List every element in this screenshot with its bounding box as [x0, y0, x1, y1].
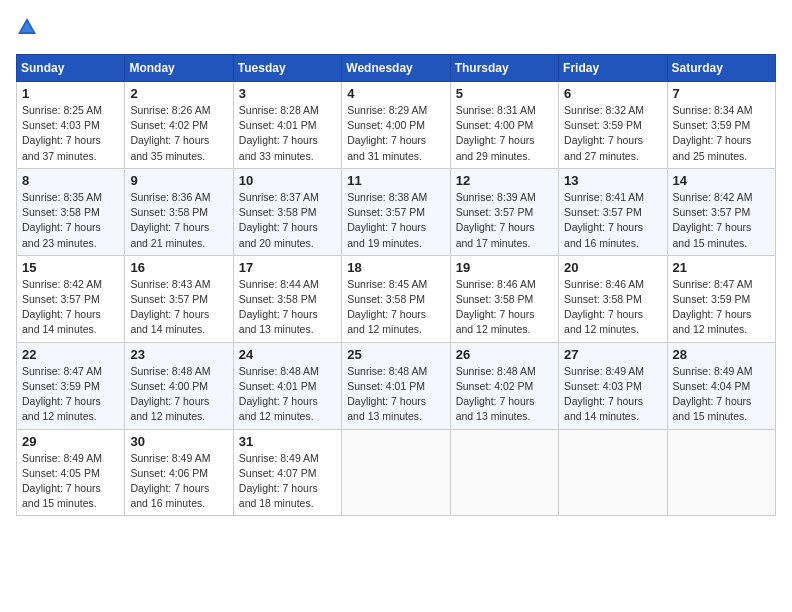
day-number: 19 — [456, 260, 553, 275]
day-info: Sunrise: 8:38 AM Sunset: 3:57 PM Dayligh… — [347, 190, 444, 251]
day-number: 23 — [130, 347, 227, 362]
day-info: Sunrise: 8:35 AM Sunset: 3:58 PM Dayligh… — [22, 190, 119, 251]
day-info: Sunrise: 8:41 AM Sunset: 3:57 PM Dayligh… — [564, 190, 661, 251]
day-info: Sunrise: 8:37 AM Sunset: 3:58 PM Dayligh… — [239, 190, 336, 251]
day-number: 16 — [130, 260, 227, 275]
day-number: 12 — [456, 173, 553, 188]
day-info: Sunrise: 8:26 AM Sunset: 4:02 PM Dayligh… — [130, 103, 227, 164]
day-info: Sunrise: 8:31 AM Sunset: 4:00 PM Dayligh… — [456, 103, 553, 164]
day-info: Sunrise: 8:46 AM Sunset: 3:58 PM Dayligh… — [564, 277, 661, 338]
col-header-thursday: Thursday — [450, 55, 558, 82]
day-info: Sunrise: 8:36 AM Sunset: 3:58 PM Dayligh… — [130, 190, 227, 251]
day-info: Sunrise: 8:46 AM Sunset: 3:58 PM Dayligh… — [456, 277, 553, 338]
day-info: Sunrise: 8:47 AM Sunset: 3:59 PM Dayligh… — [673, 277, 770, 338]
day-number: 7 — [673, 86, 770, 101]
calendar-cell: 1 Sunrise: 8:25 AM Sunset: 4:03 PM Dayli… — [17, 82, 125, 169]
calendar-cell: 2 Sunrise: 8:26 AM Sunset: 4:02 PM Dayli… — [125, 82, 233, 169]
day-number: 5 — [456, 86, 553, 101]
calendar-cell: 16 Sunrise: 8:43 AM Sunset: 3:57 PM Dayl… — [125, 255, 233, 342]
day-number: 21 — [673, 260, 770, 275]
day-number: 27 — [564, 347, 661, 362]
day-info: Sunrise: 8:28 AM Sunset: 4:01 PM Dayligh… — [239, 103, 336, 164]
day-info: Sunrise: 8:49 AM Sunset: 4:05 PM Dayligh… — [22, 451, 119, 512]
day-info: Sunrise: 8:45 AM Sunset: 3:58 PM Dayligh… — [347, 277, 444, 338]
calendar-cell: 26 Sunrise: 8:48 AM Sunset: 4:02 PM Dayl… — [450, 342, 558, 429]
calendar-cell: 8 Sunrise: 8:35 AM Sunset: 3:58 PM Dayli… — [17, 168, 125, 255]
day-info: Sunrise: 8:48 AM Sunset: 4:02 PM Dayligh… — [456, 364, 553, 425]
calendar-cell: 22 Sunrise: 8:47 AM Sunset: 3:59 PM Dayl… — [17, 342, 125, 429]
day-number: 15 — [22, 260, 119, 275]
day-number: 31 — [239, 434, 336, 449]
calendar-cell: 6 Sunrise: 8:32 AM Sunset: 3:59 PM Dayli… — [559, 82, 667, 169]
day-number: 8 — [22, 173, 119, 188]
calendar-table: SundayMondayTuesdayWednesdayThursdayFrid… — [16, 54, 776, 516]
calendar-cell: 9 Sunrise: 8:36 AM Sunset: 3:58 PM Dayli… — [125, 168, 233, 255]
day-number: 14 — [673, 173, 770, 188]
calendar-cell: 29 Sunrise: 8:49 AM Sunset: 4:05 PM Dayl… — [17, 429, 125, 516]
day-info: Sunrise: 8:48 AM Sunset: 4:00 PM Dayligh… — [130, 364, 227, 425]
day-info: Sunrise: 8:29 AM Sunset: 4:00 PM Dayligh… — [347, 103, 444, 164]
col-header-sunday: Sunday — [17, 55, 125, 82]
calendar-cell: 5 Sunrise: 8:31 AM Sunset: 4:00 PM Dayli… — [450, 82, 558, 169]
day-number: 17 — [239, 260, 336, 275]
day-info: Sunrise: 8:48 AM Sunset: 4:01 PM Dayligh… — [347, 364, 444, 425]
calendar-cell: 12 Sunrise: 8:39 AM Sunset: 3:57 PM Dayl… — [450, 168, 558, 255]
day-info: Sunrise: 8:44 AM Sunset: 3:58 PM Dayligh… — [239, 277, 336, 338]
day-info: Sunrise: 8:42 AM Sunset: 3:57 PM Dayligh… — [673, 190, 770, 251]
day-info: Sunrise: 8:34 AM Sunset: 3:59 PM Dayligh… — [673, 103, 770, 164]
calendar-cell: 7 Sunrise: 8:34 AM Sunset: 3:59 PM Dayli… — [667, 82, 775, 169]
calendar-cell: 18 Sunrise: 8:45 AM Sunset: 3:58 PM Dayl… — [342, 255, 450, 342]
day-info: Sunrise: 8:47 AM Sunset: 3:59 PM Dayligh… — [22, 364, 119, 425]
col-header-tuesday: Tuesday — [233, 55, 341, 82]
day-info: Sunrise: 8:32 AM Sunset: 3:59 PM Dayligh… — [564, 103, 661, 164]
calendar-cell: 30 Sunrise: 8:49 AM Sunset: 4:06 PM Dayl… — [125, 429, 233, 516]
calendar-cell: 23 Sunrise: 8:48 AM Sunset: 4:00 PM Dayl… — [125, 342, 233, 429]
day-info: Sunrise: 8:49 AM Sunset: 4:03 PM Dayligh… — [564, 364, 661, 425]
day-info: Sunrise: 8:42 AM Sunset: 3:57 PM Dayligh… — [22, 277, 119, 338]
calendar-cell: 10 Sunrise: 8:37 AM Sunset: 3:58 PM Dayl… — [233, 168, 341, 255]
calendar-cell: 13 Sunrise: 8:41 AM Sunset: 3:57 PM Dayl… — [559, 168, 667, 255]
day-info: Sunrise: 8:49 AM Sunset: 4:06 PM Dayligh… — [130, 451, 227, 512]
day-number: 4 — [347, 86, 444, 101]
day-number: 3 — [239, 86, 336, 101]
calendar-cell — [667, 429, 775, 516]
day-info: Sunrise: 8:48 AM Sunset: 4:01 PM Dayligh… — [239, 364, 336, 425]
day-number: 2 — [130, 86, 227, 101]
day-number: 10 — [239, 173, 336, 188]
day-number: 25 — [347, 347, 444, 362]
col-header-wednesday: Wednesday — [342, 55, 450, 82]
calendar-cell — [559, 429, 667, 516]
day-number: 24 — [239, 347, 336, 362]
day-number: 11 — [347, 173, 444, 188]
day-info: Sunrise: 8:43 AM Sunset: 3:57 PM Dayligh… — [130, 277, 227, 338]
day-number: 30 — [130, 434, 227, 449]
day-number: 26 — [456, 347, 553, 362]
calendar-cell: 19 Sunrise: 8:46 AM Sunset: 3:58 PM Dayl… — [450, 255, 558, 342]
day-number: 13 — [564, 173, 661, 188]
day-info: Sunrise: 8:39 AM Sunset: 3:57 PM Dayligh… — [456, 190, 553, 251]
page-header — [16, 16, 776, 42]
day-number: 1 — [22, 86, 119, 101]
logo-icon — [16, 16, 38, 42]
calendar-cell: 31 Sunrise: 8:49 AM Sunset: 4:07 PM Dayl… — [233, 429, 341, 516]
day-number: 28 — [673, 347, 770, 362]
calendar-cell: 28 Sunrise: 8:49 AM Sunset: 4:04 PM Dayl… — [667, 342, 775, 429]
logo — [16, 16, 42, 42]
calendar-cell: 21 Sunrise: 8:47 AM Sunset: 3:59 PM Dayl… — [667, 255, 775, 342]
calendar-cell — [342, 429, 450, 516]
calendar-cell: 15 Sunrise: 8:42 AM Sunset: 3:57 PM Dayl… — [17, 255, 125, 342]
calendar-cell: 17 Sunrise: 8:44 AM Sunset: 3:58 PM Dayl… — [233, 255, 341, 342]
col-header-monday: Monday — [125, 55, 233, 82]
calendar-cell: 27 Sunrise: 8:49 AM Sunset: 4:03 PM Dayl… — [559, 342, 667, 429]
day-info: Sunrise: 8:49 AM Sunset: 4:04 PM Dayligh… — [673, 364, 770, 425]
day-number: 9 — [130, 173, 227, 188]
calendar-cell: 20 Sunrise: 8:46 AM Sunset: 3:58 PM Dayl… — [559, 255, 667, 342]
calendar-cell: 11 Sunrise: 8:38 AM Sunset: 3:57 PM Dayl… — [342, 168, 450, 255]
day-number: 6 — [564, 86, 661, 101]
calendar-cell: 3 Sunrise: 8:28 AM Sunset: 4:01 PM Dayli… — [233, 82, 341, 169]
calendar-cell: 25 Sunrise: 8:48 AM Sunset: 4:01 PM Dayl… — [342, 342, 450, 429]
calendar-cell: 24 Sunrise: 8:48 AM Sunset: 4:01 PM Dayl… — [233, 342, 341, 429]
day-info: Sunrise: 8:25 AM Sunset: 4:03 PM Dayligh… — [22, 103, 119, 164]
day-number: 18 — [347, 260, 444, 275]
day-number: 22 — [22, 347, 119, 362]
